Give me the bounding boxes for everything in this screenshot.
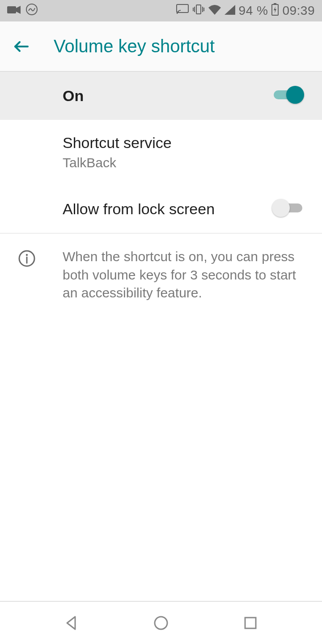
info-row: When the shortcut is on, you can press b… <box>0 233 322 317</box>
status-left <box>7 3 38 19</box>
battery-charging-icon <box>271 3 279 19</box>
wifi-icon <box>208 4 221 18</box>
lock-screen-switch[interactable] <box>272 199 304 217</box>
nav-home-button[interactable] <box>148 610 174 636</box>
svg-rect-3 <box>196 5 201 14</box>
status-bar: 94 % 09:39 <box>0 0 322 21</box>
page-title: Volume key shortcut <box>54 36 215 56</box>
cast-icon <box>176 4 189 18</box>
shortcut-service-value: TalkBack <box>63 155 172 170</box>
back-button[interactable] <box>11 36 32 57</box>
lock-screen-row[interactable]: Allow from lock screen <box>0 185 322 233</box>
svg-rect-9 <box>274 3 276 4</box>
svg-point-12 <box>26 254 28 256</box>
svg-rect-0 <box>7 6 16 13</box>
info-text: When the shortcut is on, you can press b… <box>63 248 304 302</box>
main-toggle-label: On <box>63 87 84 105</box>
camera-icon <box>7 4 21 18</box>
app-bar: Volume key shortcut <box>0 21 322 72</box>
nav-back-button[interactable] <box>58 610 85 636</box>
clock: 09:39 <box>282 4 315 18</box>
main-toggle-row[interactable]: On <box>0 72 322 120</box>
app-circle-icon <box>25 3 38 19</box>
svg-rect-15 <box>245 618 256 628</box>
status-right: 94 % 09:39 <box>176 3 315 19</box>
info-icon <box>18 250 36 267</box>
nav-recent-button[interactable] <box>237 610 264 636</box>
lock-screen-label: Allow from lock screen <box>63 200 215 218</box>
cell-signal-icon <box>225 4 235 18</box>
battery-percent: 94 % <box>239 4 268 18</box>
main-toggle-switch[interactable] <box>272 86 304 104</box>
shortcut-service-row[interactable]: Shortcut service TalkBack <box>0 120 322 185</box>
vibrate-icon <box>192 3 205 19</box>
system-nav-bar <box>0 601 322 644</box>
shortcut-service-label: Shortcut service <box>63 134 172 152</box>
svg-point-14 <box>155 617 167 629</box>
